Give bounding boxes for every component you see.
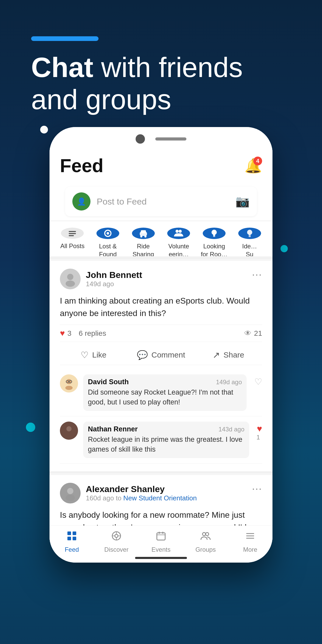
- comment-2-like-count: 1: [256, 434, 260, 441]
- svg-point-9: [176, 230, 179, 233]
- nav-events[interactable]: Events: [139, 530, 183, 553]
- header-area: Chat with friendsand groups: [31, 36, 243, 116]
- category-ideas[interactable]: Ide…Su: [232, 228, 267, 250]
- camera-icon[interactable]: 📷: [235, 195, 250, 208]
- app-content: Feed 🔔 4 👤 Post to Feed 📷: [50, 148, 272, 557]
- feed-title: Feed: [60, 155, 103, 176]
- current-user-avatar: 👤: [72, 192, 90, 211]
- svg-point-8: [144, 235, 146, 237]
- comment-2-header: Nathan Renner 143d ago: [88, 425, 244, 433]
- ride-sharing-label: RideSharing: [132, 242, 154, 256]
- volunteering-icon: [167, 228, 190, 239]
- lost-found-icon: [96, 228, 119, 239]
- divider-1: [50, 257, 272, 259]
- phone-wrapper: Feed 🔔 4 👤 Post to Feed 📷: [50, 127, 272, 563]
- post-1-author: John Bennett: [86, 270, 142, 280]
- dot-teal-right: [281, 245, 288, 252]
- svg-rect-14: [249, 236, 251, 237]
- comment-1-text: Did someone say Rocket League?! I'm not …: [88, 388, 242, 407]
- svg-rect-13: [249, 235, 251, 236]
- svg-point-4: [107, 232, 109, 235]
- notification-badge: 4: [253, 157, 262, 165]
- svg-rect-35: [157, 533, 165, 540]
- post-1-time: 149d ago: [86, 280, 142, 288]
- phone-camera: [136, 134, 145, 144]
- events-nav-label: Events: [151, 546, 170, 553]
- share-icon: ↗: [213, 350, 220, 360]
- comment-1-time: 149d ago: [216, 379, 242, 386]
- svg-rect-28: [73, 537, 76, 540]
- post-1-actions: ♡ Like 💬 Comment ↗ Share: [60, 343, 262, 365]
- svg-point-40: [206, 533, 209, 536]
- home-indicator: [135, 557, 187, 559]
- category-all-posts[interactable]: All Posts: [55, 228, 90, 250]
- svg-point-16: [66, 281, 75, 287]
- svg-rect-11: [213, 235, 215, 237]
- post-placeholder[interactable]: Post to Feed: [97, 197, 147, 207]
- category-looking-roommate[interactable]: Lookingfor Roo…: [197, 228, 232, 250]
- post-bar-left: 👤 Post to Feed: [72, 192, 229, 211]
- post-1-user-meta: John Bennett 149d ago: [86, 270, 142, 288]
- nav-groups[interactable]: Groups: [183, 530, 228, 553]
- comment-2-like-icon: ♥: [257, 424, 262, 434]
- post-1-views: 👁 21: [244, 329, 262, 338]
- comment-1-header: David South 149d ago: [88, 378, 242, 386]
- dot-white-top: [40, 126, 48, 134]
- comment-2-author: Nathan Renner: [88, 425, 138, 433]
- ideas-label: Ide…Su: [242, 242, 257, 256]
- post-1-user-info: John Bennett 149d ago: [60, 269, 142, 289]
- ride-sharing-icon: [132, 228, 155, 239]
- ideas-icon: [238, 228, 261, 239]
- like-label: Like: [92, 351, 106, 359]
- comment-2: Nathan Renner 143d ago Rocket league in …: [60, 416, 262, 464]
- comment-1-bubble: David South 149d ago Did someone say Roc…: [83, 374, 247, 411]
- nav-feed[interactable]: Feed: [50, 530, 94, 553]
- post-1-text: I am thinking about creating an eSports …: [60, 295, 262, 319]
- comment-button[interactable]: 💬 Comment: [127, 347, 195, 363]
- share-button[interactable]: ↗ Share: [195, 347, 262, 363]
- nav-discover[interactable]: Discover: [94, 530, 139, 553]
- events-nav-icon: [156, 530, 166, 544]
- categories-row: All Posts Lost &Found: [50, 221, 272, 256]
- post-1-more-button[interactable]: ···: [252, 269, 262, 280]
- svg-rect-27: [67, 537, 71, 540]
- post-bar-wrapper: 👤 Post to Feed 📷: [50, 181, 272, 220]
- notification-button[interactable]: 🔔 4: [244, 157, 262, 175]
- post-bar[interactable]: 👤 Post to Feed 📷: [65, 187, 257, 216]
- post-card-1: John Bennett 149d ago ··· I am thinking …: [50, 261, 272, 471]
- phone-notch: [50, 127, 272, 148]
- post-2-group-link[interactable]: New Student Orientation: [123, 494, 197, 502]
- comment-1-like[interactable]: ♡: [252, 374, 262, 389]
- all-posts-icon: [61, 228, 84, 239]
- feed-nav-label: Feed: [65, 546, 79, 553]
- post-1-replies: 6 replies: [79, 329, 106, 338]
- blue-bar: [31, 36, 99, 41]
- comment-1-like-icon: ♡: [254, 376, 262, 387]
- bottom-nav: Feed Discover: [50, 526, 272, 563]
- category-volunteering[interactable]: Volunteeerin…: [161, 228, 197, 250]
- category-lost-found[interactable]: Lost &Found: [90, 228, 126, 250]
- volunteering-label: Volunteeerin…: [168, 242, 189, 256]
- svg-point-15: [67, 274, 73, 280]
- dot-teal-left: [26, 423, 35, 432]
- phone-speaker: [155, 137, 186, 141]
- comment-label: Comment: [151, 351, 185, 359]
- heart-icon: ♥: [60, 328, 65, 338]
- nav-more[interactable]: More: [228, 530, 272, 553]
- comment-2-like[interactable]: ♥ 1: [254, 422, 262, 443]
- post-2-time: 160d ago to New Student Orientation: [86, 494, 197, 502]
- more-nav-label: More: [243, 546, 257, 553]
- post-1-header: John Bennett 149d ago ···: [60, 269, 262, 289]
- feed-header: Feed 🔔 4: [50, 148, 272, 181]
- comment-1-avatar: [60, 374, 78, 393]
- feed-nav-icon: [66, 530, 77, 544]
- category-ride-sharing[interactable]: RideSharing: [125, 228, 161, 250]
- like-button[interactable]: ♡ Like: [60, 347, 127, 363]
- post-2-user-meta: Alexander Shanley 160d ago to New Studen…: [86, 484, 197, 502]
- svg-point-23: [67, 488, 73, 494]
- svg-rect-26: [73, 531, 76, 535]
- svg-rect-1: [69, 233, 76, 234]
- svg-point-22: [65, 433, 73, 437]
- post-2-more-button[interactable]: ···: [252, 483, 262, 494]
- comments-section: David South 149d ago Did someone say Roc…: [60, 365, 262, 463]
